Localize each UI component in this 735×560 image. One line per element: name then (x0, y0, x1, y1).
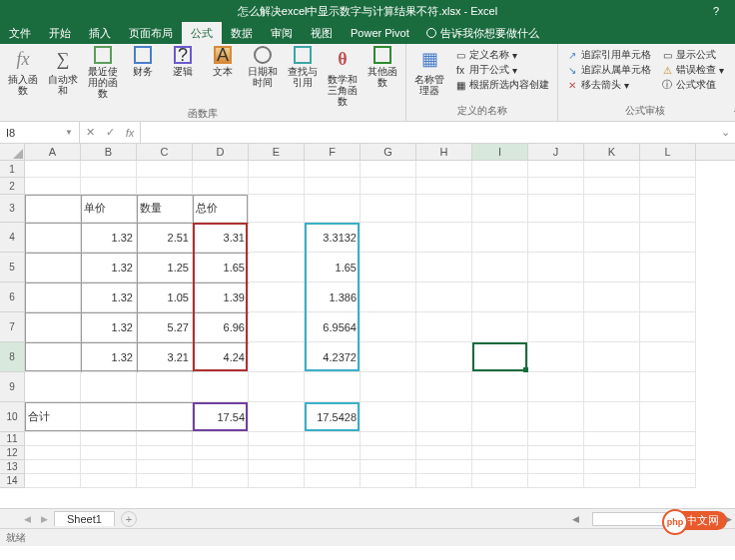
col-header-G[interactable]: G (361, 144, 416, 160)
recent-functions-button[interactable]: 最近使用的函数 (84, 46, 122, 107)
row-header-4[interactable]: 4 (0, 223, 24, 253)
sheet-nav-next[interactable]: ▶ (37, 514, 52, 524)
sheet-tab[interactable]: Sheet1 (54, 511, 115, 526)
financial-button[interactable]: 财务 (124, 46, 162, 107)
cell-C6[interactable]: 1.05 (137, 282, 193, 312)
cell-A10[interactable]: 合计 (25, 402, 81, 432)
tab-view[interactable]: 视图 (302, 22, 342, 44)
fx-button[interactable]: fx (120, 127, 140, 139)
cell-B7[interactable]: 1.32 (81, 312, 137, 342)
add-sheet-button[interactable]: + (121, 511, 137, 527)
worksheet-grid[interactable]: ABCDEFGHIJKL 1234567891011121314 单价数量总价合… (0, 144, 735, 508)
cancel-formula-button[interactable]: ✕ (80, 126, 100, 139)
trace-dependents-button[interactable]: ↘追踪从属单元格 (566, 63, 651, 77)
cell-D4[interactable]: 3.31 (193, 223, 249, 253)
datetime-button[interactable]: 日期和时间 (244, 46, 282, 107)
cell-D8[interactable]: 4.24 (193, 342, 249, 372)
logical-button[interactable]: ?逻辑 (164, 46, 202, 107)
lookup-button[interactable]: 查找与引用 (284, 46, 322, 107)
tab-home[interactable]: 开始 (40, 22, 80, 44)
cell-B5[interactable]: 1.32 (81, 253, 137, 282)
col-header-K[interactable]: K (584, 144, 640, 160)
cell-B4[interactable]: 1.32 (81, 223, 137, 253)
col-header-I[interactable]: I (472, 144, 528, 160)
text-button[interactable]: A文本 (204, 46, 242, 107)
row-header-14[interactable]: 14 (0, 474, 24, 488)
tab-powerpivot[interactable]: Power Pivot (342, 22, 418, 44)
hscroll-left[interactable]: ◀ (569, 514, 582, 524)
tab-insert[interactable]: 插入 (80, 22, 120, 44)
cell-C7[interactable]: 5.27 (137, 312, 193, 342)
title-bar: 怎么解决excel中显示数字与计算结果不符.xlsx - Excel ? (0, 0, 735, 22)
cell-F8[interactable]: 4.2372 (305, 342, 361, 372)
name-box[interactable]: I8▼ (0, 122, 80, 143)
col-header-C[interactable]: C (137, 144, 193, 160)
cell-F6[interactable]: 1.386 (305, 282, 361, 312)
tab-layout[interactable]: 页面布局 (120, 22, 182, 44)
row-header-7[interactable]: 7 (0, 312, 24, 342)
cell-C4[interactable]: 2.51 (137, 223, 193, 253)
define-name-button[interactable]: ▭定义名称 ▾ (454, 48, 549, 62)
create-from-selection-button[interactable]: ▦根据所选内容创建 (454, 78, 549, 92)
error-checking-button[interactable]: ⚠错误检查 ▾ (661, 63, 724, 77)
col-header-H[interactable]: H (416, 144, 472, 160)
cell-F5[interactable]: 1.65 (305, 253, 361, 282)
expand-formula-bar-button[interactable]: ⌄ (715, 122, 735, 143)
show-formulas-button[interactable]: ▭显示公式 (661, 48, 724, 62)
cell-B8[interactable]: 1.32 (81, 342, 137, 372)
autosum-button[interactable]: ∑自动求和 (44, 46, 82, 107)
row-header-1[interactable]: 1 (0, 161, 24, 178)
col-header-A[interactable]: A (25, 144, 81, 160)
cell-D5[interactable]: 1.65 (193, 253, 249, 282)
cell-F7[interactable]: 6.9564 (305, 312, 361, 342)
cell-D7[interactable]: 6.96 (193, 312, 249, 342)
row-header-3[interactable]: 3 (0, 195, 24, 223)
sheet-nav-prev[interactable]: ◀ (20, 514, 35, 524)
row-header-8[interactable]: 8 (0, 342, 24, 372)
help-icon[interactable]: ? (697, 0, 735, 22)
tell-me[interactable]: 告诉我你想要做什么 (418, 22, 547, 44)
cell-F10[interactable]: 17.5428 (305, 402, 361, 432)
row-header-5[interactable]: 5 (0, 253, 24, 282)
cell-D10[interactable]: 17.54 (193, 402, 249, 432)
formula-input[interactable] (141, 122, 715, 143)
row-header-12[interactable]: 12 (0, 446, 24, 460)
row-header-2[interactable]: 2 (0, 178, 24, 195)
tab-file[interactable]: 文件 (0, 22, 40, 44)
cell-B3[interactable]: 单价 (81, 195, 137, 223)
remove-arrows-button[interactable]: ✕移去箭头 ▾ (566, 78, 651, 92)
name-manager-button[interactable]: ▦名称管理器 (410, 46, 448, 96)
tab-review[interactable]: 审阅 (262, 22, 302, 44)
col-header-B[interactable]: B (81, 144, 137, 160)
row-header-11[interactable]: 11 (0, 432, 24, 446)
cell-D3[interactable]: 总价 (193, 195, 249, 223)
cell-B6[interactable]: 1.32 (81, 282, 137, 312)
cell-C8[interactable]: 3.21 (137, 342, 193, 372)
cell-C5[interactable]: 1.25 (137, 253, 193, 282)
trace-precedents-button[interactable]: ↗追踪引用单元格 (566, 48, 651, 62)
row-header-6[interactable]: 6 (0, 282, 24, 312)
col-header-F[interactable]: F (305, 144, 361, 160)
insert-function-button[interactable]: fx插入函数 (4, 46, 42, 107)
col-header-J[interactable]: J (528, 144, 584, 160)
row-header-9[interactable]: 9 (0, 372, 24, 402)
group-label-formula-auditing: 公式审核 (562, 104, 728, 119)
row-header-13[interactable]: 13 (0, 460, 24, 474)
cell-D6[interactable]: 1.39 (193, 282, 249, 312)
row-header-10[interactable]: 10 (0, 402, 24, 432)
tab-formulas[interactable]: 公式 (182, 22, 222, 44)
use-in-formula-button[interactable]: fx用于公式 ▾ (454, 63, 549, 77)
col-header-L[interactable]: L (640, 144, 696, 160)
math-button[interactable]: θ数学和三角函数 (324, 46, 362, 107)
cell-F4[interactable]: 3.3132 (305, 223, 361, 253)
enter-formula-button[interactable]: ✓ (100, 126, 120, 139)
col-header-D[interactable]: D (193, 144, 249, 160)
evaluate-formula-button[interactable]: ⓘ公式求值 (661, 78, 724, 92)
group-label-function-library: 函数库 (4, 107, 401, 122)
col-header-E[interactable]: E (249, 144, 305, 160)
tab-data[interactable]: 数据 (222, 22, 262, 44)
error-icon: ⚠ (661, 64, 673, 76)
select-all-corner[interactable] (0, 144, 25, 160)
more-functions-button[interactable]: 其他函数 (364, 46, 401, 107)
cell-C3[interactable]: 数量 (137, 195, 193, 223)
